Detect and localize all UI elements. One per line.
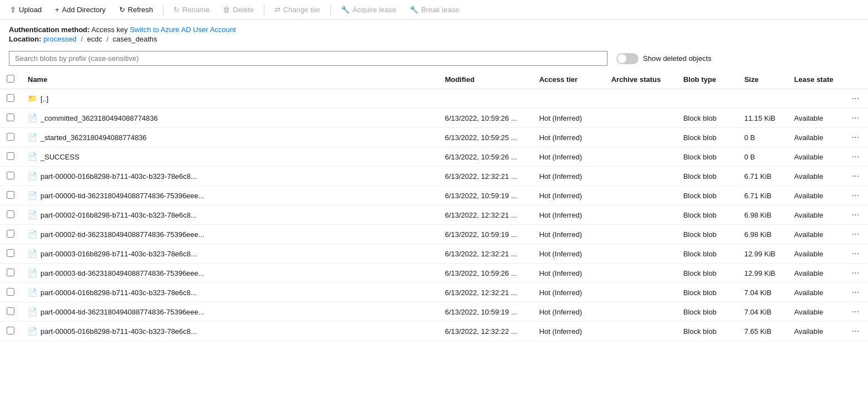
row-actions: ··· bbox=[843, 283, 868, 302]
row-checkbox[interactable] bbox=[7, 288, 14, 296]
row-name[interactable]: 📄part-00003-tid-3623180494088774836-7539… bbox=[21, 264, 438, 283]
breadcrumb-sep-1: / bbox=[81, 35, 83, 43]
file-icon: 📄 bbox=[28, 230, 37, 239]
row-modified: 6/13/2022, 10:59:19 ... bbox=[438, 302, 533, 322]
row-checkbox[interactable] bbox=[7, 172, 14, 179]
row-blob-type: Block blob bbox=[677, 283, 738, 302]
row-name[interactable]: 📄part-00002-tid-3623180494088774836-7539… bbox=[21, 225, 438, 244]
row-actions: ··· bbox=[843, 322, 868, 341]
more-options-button[interactable]: ··· bbox=[850, 248, 861, 260]
row-name[interactable]: 📄part-00003-016b8298-b711-403c-b323-78e6… bbox=[21, 244, 438, 264]
upload-button[interactable]: ⇧ Upload bbox=[4, 3, 47, 16]
change-tier-button[interactable]: ⇄ Change tier bbox=[269, 3, 326, 16]
row-tier: Hot (Inferred) bbox=[533, 264, 605, 283]
row-checkbox[interactable] bbox=[7, 94, 14, 102]
break-lease-button[interactable]: 🔧 Break lease bbox=[404, 3, 465, 16]
row-modified: 6/13/2022, 10:59:19 ... bbox=[438, 225, 533, 244]
row-name[interactable]: 📄_SUCCESS bbox=[21, 147, 438, 167]
row-tier: Hot (Inferred) bbox=[533, 244, 605, 264]
table-row: 📄part-00000-tid-3623180494088774836-7539… bbox=[0, 186, 868, 205]
row-lease: Available bbox=[788, 244, 843, 264]
row-checkbox[interactable] bbox=[7, 230, 14, 238]
row-name[interactable]: 📄part-00000-tid-3623180494088774836-7539… bbox=[21, 186, 438, 205]
refresh-icon: ↻ bbox=[119, 6, 125, 14]
row-lease: Available bbox=[788, 302, 843, 322]
more-options-button[interactable]: ··· bbox=[850, 131, 861, 143]
more-options-button[interactable]: ··· bbox=[850, 151, 861, 163]
more-options-button[interactable]: ··· bbox=[850, 306, 861, 318]
row-checkbox[interactable] bbox=[7, 114, 14, 121]
row-lease: Available bbox=[788, 109, 843, 128]
add-directory-button[interactable]: + Add Directory bbox=[49, 3, 111, 16]
upload-icon: ⇧ bbox=[10, 6, 16, 14]
rename-button[interactable]: ↻ Rename bbox=[168, 3, 215, 16]
location-label: Location: bbox=[9, 35, 42, 43]
row-archive bbox=[605, 264, 677, 283]
table-row: 📄part-00000-016b8298-b711-403c-b323-78e6… bbox=[0, 167, 868, 186]
row-archive bbox=[605, 186, 677, 205]
search-bar: Show deleted objects bbox=[0, 47, 868, 70]
rename-icon: ↻ bbox=[173, 6, 180, 14]
more-options-button[interactable]: ··· bbox=[850, 170, 861, 182]
more-options-button[interactable]: ··· bbox=[850, 112, 861, 124]
table-row: 📄_SUCCESS6/13/2022, 10:59:26 ...Hot (Inf… bbox=[0, 147, 868, 167]
col-modified: Modified bbox=[438, 70, 533, 89]
delete-button[interactable]: 🗑 Delete bbox=[217, 3, 259, 16]
row-name[interactable]: 📁[..] bbox=[21, 89, 438, 109]
more-options-button[interactable]: ··· bbox=[850, 286, 861, 298]
more-options-button[interactable]: ··· bbox=[850, 267, 861, 279]
row-checkbox[interactable] bbox=[7, 249, 14, 257]
row-name[interactable]: 📄part-00004-016b8298-b711-403c-b323-78e6… bbox=[21, 283, 438, 302]
row-checkbox[interactable] bbox=[7, 191, 14, 199]
row-checkbox[interactable] bbox=[7, 152, 14, 160]
row-actions: ··· bbox=[843, 264, 868, 283]
auth-line: Authentication method: Access key Switch… bbox=[9, 25, 859, 34]
table-row: 📄part-00002-016b8298-b711-403c-b323-78e6… bbox=[0, 205, 868, 225]
more-options-button[interactable]: ··· bbox=[850, 228, 861, 240]
col-tier: Access tier bbox=[533, 70, 605, 89]
refresh-button[interactable]: ↻ Refresh bbox=[114, 3, 159, 16]
row-tier bbox=[533, 89, 605, 109]
more-options-button[interactable]: ··· bbox=[850, 92, 861, 105]
row-checkbox[interactable] bbox=[7, 327, 14, 334]
table-row: 📄part-00003-016b8298-b711-403c-b323-78e6… bbox=[0, 244, 868, 264]
col-blobtype: Blob type bbox=[677, 70, 738, 89]
show-deleted-toggle[interactable] bbox=[616, 53, 639, 64]
row-name[interactable]: 📄part-00002-016b8298-b711-403c-b323-78e6… bbox=[21, 205, 438, 225]
row-tier: Hot (Inferred) bbox=[533, 186, 605, 205]
row-tier: Hot (Inferred) bbox=[533, 283, 605, 302]
separator-3 bbox=[330, 4, 331, 16]
breadcrumb-processed[interactable]: processed bbox=[43, 35, 76, 43]
row-name-text: [..] bbox=[40, 95, 48, 103]
row-size: 7.04 KiB bbox=[738, 283, 788, 302]
row-name[interactable]: 📄part-00000-016b8298-b711-403c-b323-78e6… bbox=[21, 167, 438, 186]
row-name-text: _started_3623180494088774836 bbox=[40, 133, 147, 142]
more-options-button[interactable]: ··· bbox=[850, 209, 861, 221]
row-size: 12.99 KiB bbox=[738, 264, 788, 283]
acquire-lease-button[interactable]: 🔧 Acquire lease bbox=[335, 3, 402, 16]
switch-auth-link[interactable]: Switch to Azure AD User Account bbox=[130, 25, 236, 34]
file-icon: 📄 bbox=[28, 307, 37, 316]
row-name-text: _committed_3623180494088774836 bbox=[40, 114, 158, 122]
row-name[interactable]: 📄part-00005-016b8298-b711-403c-b323-78e6… bbox=[21, 322, 438, 341]
file-table: Name Modified Access tier Archive status… bbox=[0, 70, 868, 341]
row-name[interactable]: 📄_started_3623180494088774836 bbox=[21, 128, 438, 147]
file-icon: 📄 bbox=[28, 114, 37, 122]
row-checkbox[interactable] bbox=[7, 307, 14, 315]
more-options-button[interactable]: ··· bbox=[850, 189, 861, 202]
row-blob-type bbox=[677, 89, 738, 109]
row-checkbox[interactable] bbox=[7, 210, 14, 218]
table-body: 📁[..]···📄_committed_36231804940887748366… bbox=[0, 89, 868, 341]
row-tier: Hot (Inferred) bbox=[533, 167, 605, 186]
file-icon: 📄 bbox=[28, 133, 37, 142]
row-name[interactable]: 📄_committed_3623180494088774836 bbox=[21, 109, 438, 128]
row-modified: 6/13/2022, 10:59:26 ... bbox=[438, 147, 533, 167]
row-name[interactable]: 📄part-00004-tid-3623180494088774836-7539… bbox=[21, 302, 438, 322]
table-row: 📄part-00004-tid-3623180494088774836-7539… bbox=[0, 302, 868, 322]
row-lease: Available bbox=[788, 128, 843, 147]
row-checkbox[interactable] bbox=[7, 269, 14, 276]
select-all-checkbox[interactable] bbox=[7, 75, 14, 83]
more-options-button[interactable]: ··· bbox=[850, 325, 861, 337]
search-input[interactable] bbox=[9, 51, 607, 66]
row-checkbox[interactable] bbox=[7, 133, 14, 141]
